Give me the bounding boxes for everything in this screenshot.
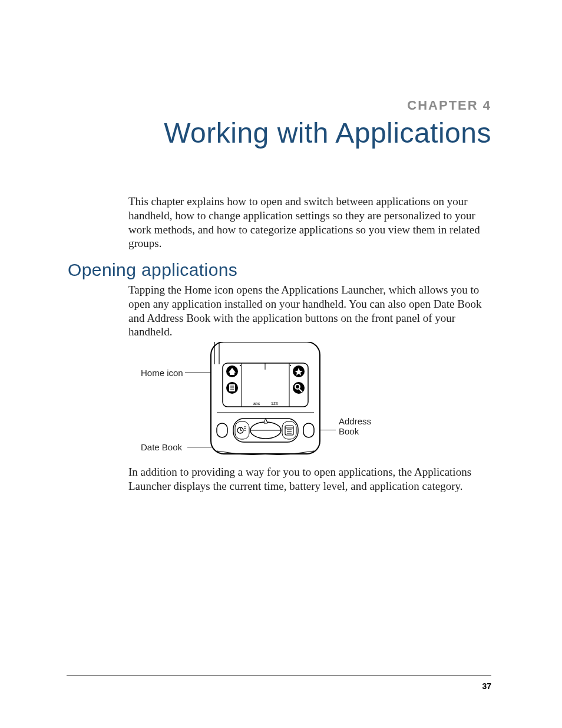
home-icon [226,365,238,377]
section-paragraph: Tapping the Home icon opens the Applicat… [128,283,494,339]
svg-point-14 [293,382,305,394]
intro-paragraph: This chapter explains how to open and sw… [128,195,494,251]
closing-paragraph: In addition to providing a way for you t… [128,465,494,493]
address-book-button-icon [282,421,296,439]
page-number: 37 [482,681,491,691]
svg-rect-37 [303,423,314,437]
svg-point-17 [240,365,241,366]
section-heading: Opening applications [68,260,237,280]
callout-date-book: Date Book [141,442,182,452]
graffiti-label-abc: abc [253,401,260,406]
svg-rect-36 [217,423,227,437]
menu-icon [226,382,238,394]
svg-rect-31 [285,426,293,435]
graffiti-label-123: 123 [271,401,278,406]
footer-rule [67,676,491,676]
calculator-icon [293,365,305,377]
device-diagram: Home icon Date Book Address Book [128,342,494,457]
find-icon [293,382,305,394]
svg-point-18 [290,365,291,366]
chapter-title: Working with Applications [164,117,491,149]
page: CHAPTER 4 Working with Applications This… [0,0,562,728]
chapter-label: CHAPTER 4 [407,98,491,113]
callout-address-book: Address Book [339,416,380,437]
handheld-illustration: abc 123 [205,342,326,455]
callout-home-icon: Home icon [141,368,183,378]
date-book-button-icon [235,421,249,439]
